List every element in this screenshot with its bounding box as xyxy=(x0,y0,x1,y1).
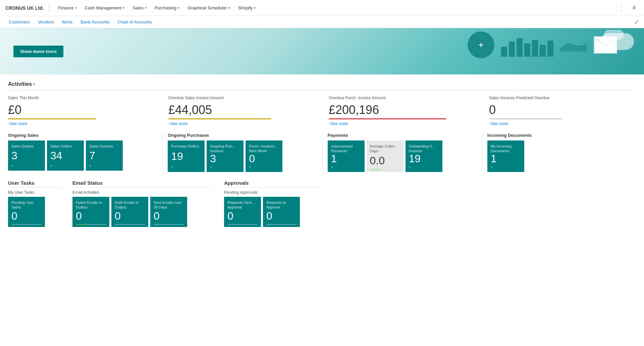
bottom-section-title: Email Status xyxy=(72,180,213,186)
kpi-see-more-link[interactable]: › See more xyxy=(8,121,155,126)
secondary-nav-customers[interactable]: Customers xyxy=(5,18,33,26)
secondary-nav-items[interactable]: Items xyxy=(59,18,76,26)
sub-section-title: Email Activities xyxy=(72,190,213,195)
activities-chevron-icon[interactable]: ▾ xyxy=(33,82,35,86)
kpi-overdue-purch: Overdue Purch. Invoice Amount £200,196 ›… xyxy=(329,96,476,126)
hamburger-menu-icon[interactable]: ≡ xyxy=(630,3,639,13)
chevron-down-icon: ▾ xyxy=(178,6,179,10)
tile-purch-invoices-next-week[interactable]: Purch. Invoices... Next Week 0 › xyxy=(246,140,282,172)
kpi-label: Overdue Purch. Invoice Amount xyxy=(329,96,476,101)
kpi-overdue-sales: Overdue Sales Invoice Amount £44,005 › S… xyxy=(168,96,315,126)
tile-section-ongoing-sales: Ongoing Sales Sales Quotes 3 › Sales Ord… xyxy=(8,133,162,172)
hero-illustration: + xyxy=(468,32,617,58)
tiles-row: Sales Quotes 3 › Sales Orders 34 › Sales… xyxy=(8,140,157,171)
tile-sales-orders[interactable]: Sales Orders 34 › xyxy=(47,140,84,171)
tile-section-title: Payments xyxy=(328,133,476,138)
bottom-section-email-status: Email Status Email Activities Failed Ema… xyxy=(72,180,213,227)
tile-pending-user-tasks[interactable]: Pending User Tasks 0 xyxy=(8,197,45,227)
chevron-down-icon: ▾ xyxy=(145,6,147,10)
secondary-nav-vendors[interactable]: Vendors xyxy=(35,18,57,26)
tile-requests-sent-approval[interactable]: Requests Sent ... Approval 0 xyxy=(224,197,261,227)
nav-item-shopify[interactable]: Shopify ▾ xyxy=(235,3,259,12)
tile-sections: Ongoing Sales Sales Quotes 3 › Sales Ord… xyxy=(8,133,636,172)
kpi-see-more-link[interactable]: › See more xyxy=(489,121,636,126)
activities-section-header: Activities ▾ xyxy=(8,81,636,87)
tile-sales-quotes[interactable]: Sales Quotes 3 › xyxy=(8,140,45,171)
tile-sent-emails-30-days[interactable]: Sent Emails Last 30 Days 0 xyxy=(150,197,187,227)
tile-failed-emails-outbox[interactable]: Failed Emails in Outbox 0 xyxy=(72,197,109,227)
kpi-row: Sales This Month £0 › See more Overdue S… xyxy=(8,96,636,126)
hero-banner: Show demo tours + xyxy=(0,28,644,74)
secondary-navigation: Customers Vendors Items Bank Accounts Ch… xyxy=(0,16,644,28)
kpi-see-more-link[interactable]: › See more xyxy=(329,121,476,126)
kpi-value: £0 xyxy=(8,103,155,117)
small-tiles-row: Pending User Tasks 0 xyxy=(8,197,62,227)
kpi-sales-this-month: Sales This Month £0 › See more xyxy=(8,96,155,126)
tile-requests-to-approve[interactable]: Requests to Approve 0 xyxy=(263,197,300,227)
bottom-section-user-tasks: User Tasks My User Tasks Pending User Ta… xyxy=(8,180,62,227)
tile-arrow-icon: › xyxy=(50,163,52,169)
nav-item-purchasing[interactable]: Purchasing ▾ xyxy=(151,3,183,12)
nav-item-sales[interactable]: Sales ▾ xyxy=(129,3,150,12)
kpi-value: £200,196 xyxy=(329,103,476,117)
kpi-bar xyxy=(8,118,96,119)
tile-section-title: Ongoing Purchases xyxy=(168,133,316,138)
activities-title: Activities xyxy=(8,81,32,87)
small-tiles-row: Failed Emails in Outbox 0 Draft Emails i… xyxy=(72,197,213,227)
top-navigation: CRONUS UK Ltd. Finance ▾ Cash Management… xyxy=(0,0,644,16)
nav-right: ≡ xyxy=(616,3,639,13)
tile-draft-emails-outbox[interactable]: Draft Emails in Outbox 0 xyxy=(111,197,148,227)
sub-section-title: Pending Approvals xyxy=(224,190,325,195)
tile-arrow-icon: › xyxy=(249,164,251,170)
kpi-see-more-link[interactable]: › See more xyxy=(168,121,315,126)
nav-divider-right xyxy=(621,4,622,12)
tile-arrow-icon: › xyxy=(171,164,173,170)
nav-items: Finance ▾ Cash Management ▾ Sales ▾ Purc… xyxy=(55,3,616,12)
kpi-sales-predicted: Sales Invoices Predicted Overdue 0 › See… xyxy=(489,96,636,126)
chevron-right-icon: › xyxy=(8,122,9,125)
area-chart-icon xyxy=(560,38,587,52)
kpi-label: Overdue Sales Invoice Amount xyxy=(168,96,315,101)
tile-arrow-icon: › xyxy=(210,164,212,170)
nav-divider xyxy=(49,4,49,12)
chevron-down-icon: ▾ xyxy=(254,6,256,10)
tile-sales-invoices[interactable]: Sales Invoices 7 › xyxy=(86,140,123,171)
bottom-section-title: Approvals xyxy=(224,180,325,186)
activities-divider xyxy=(8,90,636,90)
show-demo-tours-button[interactable]: Show demo tours xyxy=(13,46,63,57)
tile-arrow-icon: › xyxy=(11,163,13,169)
tile-arrow-icon: › xyxy=(491,164,492,170)
nav-item-cash-management[interactable]: Cash Management ▾ xyxy=(82,3,128,12)
cloud-decoration-small xyxy=(604,30,624,40)
nav-item-finance[interactable]: Finance ▾ xyxy=(55,3,80,12)
tile-average-collect-days[interactable]: Average Collec... Days 0.0 xyxy=(367,140,404,172)
secondary-nav-bank-accounts[interactable]: Bank Accounts xyxy=(77,18,113,26)
tile-section-payments: Payments Unprocessed Payments 1 › Averag… xyxy=(328,133,482,172)
expand-icon[interactable]: ⤢ xyxy=(634,19,639,25)
kpi-label: Sales Invoices Predicted Overdue xyxy=(489,96,636,101)
kpi-value: 0 xyxy=(489,103,636,117)
tile-my-incoming-documents[interactable]: My Incoming Documents 1 › xyxy=(487,140,524,172)
tiles-row: Unprocessed Payments 1 › Average Collec.… xyxy=(328,140,476,172)
chevron-right-icon: › xyxy=(168,122,169,125)
kpi-label: Sales This Month xyxy=(8,96,155,101)
secondary-nav-chart-of-accounts[interactable]: Chart of Accounts xyxy=(114,18,155,26)
tile-ongoing-purch-invoices[interactable]: Ongoing Purc... Invoices 3 › xyxy=(207,140,244,172)
tile-outstanding-v-invoices[interactable]: Outstanding V... Invoices 19 › xyxy=(406,140,442,172)
bottom-sections: User Tasks My User Tasks Pending User Ta… xyxy=(8,180,636,227)
kpi-bar xyxy=(329,118,446,119)
company-name: CRONUS UK Ltd. xyxy=(5,5,44,11)
tile-arrow-icon: › xyxy=(89,163,91,169)
sub-section-title: My User Tasks xyxy=(8,190,62,195)
nav-item-graphical-scheduler[interactable]: Graphical Scheduler ▾ xyxy=(184,3,233,12)
tile-unprocessed-payments[interactable]: Unprocessed Payments 1 › xyxy=(328,140,365,172)
bottom-section-title: User Tasks xyxy=(8,180,62,186)
chevron-down-icon: ▾ xyxy=(228,6,230,10)
secondary-nav-right: ⤢ xyxy=(634,19,639,25)
small-tiles-row: Requests Sent ... Approval 0 Requests to… xyxy=(224,197,325,227)
tile-purchase-orders[interactable]: Purchase Orders 19 › xyxy=(168,140,205,172)
chevron-down-icon: ▾ xyxy=(75,6,77,10)
tile-section-title: Incoming Documents xyxy=(487,133,636,138)
tile-section-title: Ongoing Sales xyxy=(8,133,157,138)
tile-section-ongoing-purchases: Ongoing Purchases Purchase Orders 19 › O… xyxy=(168,133,322,172)
